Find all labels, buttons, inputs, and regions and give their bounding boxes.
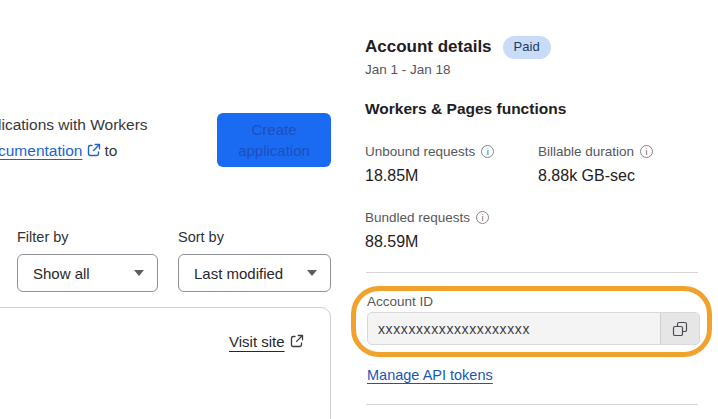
divider bbox=[366, 404, 698, 405]
account-id-field-group bbox=[367, 312, 700, 345]
copy-icon bbox=[672, 321, 688, 337]
intro-line-1-text: lications with Workers bbox=[0, 116, 148, 133]
copy-button[interactable] bbox=[660, 313, 699, 344]
sort-dropdown[interactable]: Last modified bbox=[178, 254, 331, 292]
account-details-panel: Account details Paid Jan 1 - Jan 18 Work… bbox=[365, 0, 718, 419]
section-title: Workers & Pages functions bbox=[365, 100, 566, 118]
stat-value-billable-duration: 8.88k GB-sec bbox=[538, 167, 635, 185]
filter-dropdown[interactable]: Show all bbox=[17, 254, 158, 292]
stat-label-text: Unbound requests bbox=[365, 144, 475, 159]
stat-label-text: Billable duration bbox=[538, 144, 634, 159]
chevron-down-icon bbox=[307, 270, 317, 276]
intro-suffix-text: to bbox=[104, 142, 117, 159]
date-range: Jan 1 - Jan 18 bbox=[365, 62, 451, 77]
info-icon[interactable]: i bbox=[481, 145, 494, 158]
intro-line-1: lications with Workers bbox=[0, 112, 148, 138]
filter-dropdown-value: Show all bbox=[33, 265, 90, 282]
stat-label-billable-duration: Billable duration i bbox=[538, 144, 653, 159]
paid-status-badge: Paid bbox=[503, 36, 551, 59]
intro-text: lications with Workers cumentationto bbox=[0, 112, 148, 165]
external-link-icon bbox=[290, 334, 304, 351]
stat-value-unbound-requests: 18.85M bbox=[365, 167, 418, 185]
panel-title: Account details bbox=[365, 37, 492, 57]
info-icon[interactable]: i bbox=[640, 145, 653, 158]
project-card bbox=[0, 307, 331, 419]
account-id-label: Account ID bbox=[367, 294, 433, 309]
stat-label-bundled-requests: Bundled requests i bbox=[365, 210, 489, 225]
external-link-icon bbox=[87, 139, 101, 165]
documentation-link[interactable]: cumentation bbox=[0, 142, 82, 159]
stat-label-text: Bundled requests bbox=[365, 210, 470, 225]
sort-by-label: Sort by bbox=[178, 229, 224, 245]
account-details-header: Account details Paid bbox=[365, 36, 551, 59]
stat-value-bundled-requests: 88.59M bbox=[365, 233, 418, 251]
info-icon[interactable]: i bbox=[476, 211, 489, 224]
chevron-down-icon bbox=[134, 270, 144, 276]
intro-line-2: cumentationto bbox=[0, 138, 148, 165]
visit-site-link[interactable]: Visit site bbox=[229, 333, 307, 351]
stat-label-unbound-requests: Unbound requests i bbox=[365, 144, 494, 159]
filter-by-label: Filter by bbox=[17, 229, 69, 245]
visit-site-label: Visit site bbox=[229, 333, 285, 350]
create-application-button[interactable]: Create application bbox=[217, 113, 331, 167]
divider bbox=[366, 272, 698, 273]
sort-dropdown-value: Last modified bbox=[194, 265, 283, 282]
manage-api-tokens-link[interactable]: Manage API tokens bbox=[367, 367, 493, 383]
account-id-input[interactable] bbox=[368, 313, 660, 344]
